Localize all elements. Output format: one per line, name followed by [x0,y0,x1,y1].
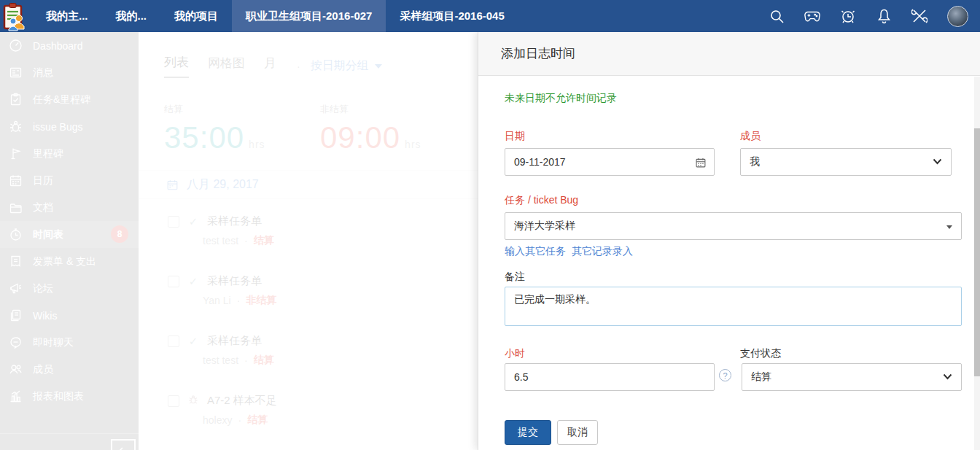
nav-tab-project-2016-027[interactable]: 职业卫生组项目-2016-027 [232,0,386,32]
pay-status-select[interactable]: 结算 [742,363,962,391]
navbar-tabs: 我的主... 我的... 我的项目 职业卫生组项目-2016-027 采样组项目… [32,0,518,32]
future-date-warning: 未来日期不允许时间记录 [505,92,617,105]
app-logo-icon[interactable] [1,2,29,31]
search-icon[interactable] [769,8,785,24]
games-icon[interactable] [804,8,820,24]
nav-tab-my[interactable]: 我的... [102,0,161,32]
other-log-entry-link[interactable]: 其它记录录入 [572,245,633,258]
hours-help-icon[interactable]: ? [719,369,731,381]
user-avatar[interactable] [947,6,968,27]
top-navbar: 我的主... 我的... 我的项目 职业卫生组项目-2016-027 采样组项目… [0,0,980,32]
hours-field-label: 小时 [505,347,525,360]
notes-textarea[interactable]: 已完成一期采样。 [505,287,962,326]
hours-input[interactable]: 6.5 [505,363,715,391]
member-field-label: 成员 [740,130,761,143]
add-log-time-modal: 添加日志时间 未来日期不允许时间记录 日期 09-11-2017 成员 我 任务… [478,32,980,450]
nav-tab-my-projects[interactable]: 我的项目 [160,0,232,32]
calendar-picker-icon[interactable] [695,157,707,168]
app-window: 我的主... 我的... 我的项目 职业卫生组项目-2016-027 采样组项目… [0,0,980,450]
modal-title: 添加日志时间 [501,45,575,62]
modal-body: 未来日期不允许时间记录 日期 09-11-2017 成员 我 任务 / tick… [478,76,980,449]
date-input[interactable]: 09-11-2017 [505,148,715,176]
enter-other-task-link[interactable]: 输入其它任务 [505,245,566,258]
alarm-clock-icon[interactable] [840,8,856,24]
submit-button[interactable]: 提交 [505,420,551,445]
modal-header: 添加日志时间 [478,32,980,76]
task-alt-links: 输入其它任务 其它记录录入 [505,245,633,258]
pay-status-field-label: 支付状态 [740,347,781,360]
tools-icon[interactable] [911,8,928,24]
nav-tab-my-home[interactable]: 我的主... [32,0,102,32]
task-select[interactable]: 海洋大学采样 [505,212,962,240]
nav-tab-project-2016-045[interactable]: 采样组项目-2016-045 [386,0,518,32]
modal-scrollbar-thumb[interactable] [974,128,980,376]
notes-field-label: 备注 [505,271,525,284]
modal-backdrop[interactable] [0,32,478,450]
notifications-bell-icon[interactable] [876,8,892,24]
chevron-down-icon [933,158,942,165]
dropdown-triangle-icon [946,225,952,229]
task-field-label: 任务 / ticket Bug [505,194,578,207]
background-content: Dashboard 消息 任务&里程碑 issue Bugs 里程碑 日历 [0,32,478,450]
modal-scrollbar-track[interactable] [974,77,980,450]
member-select[interactable]: 我 [740,148,952,176]
cancel-button[interactable]: 取消 [557,420,598,445]
date-field-label: 日期 [505,130,525,143]
chevron-down-icon [943,373,952,380]
navbar-icon-group [769,6,980,27]
